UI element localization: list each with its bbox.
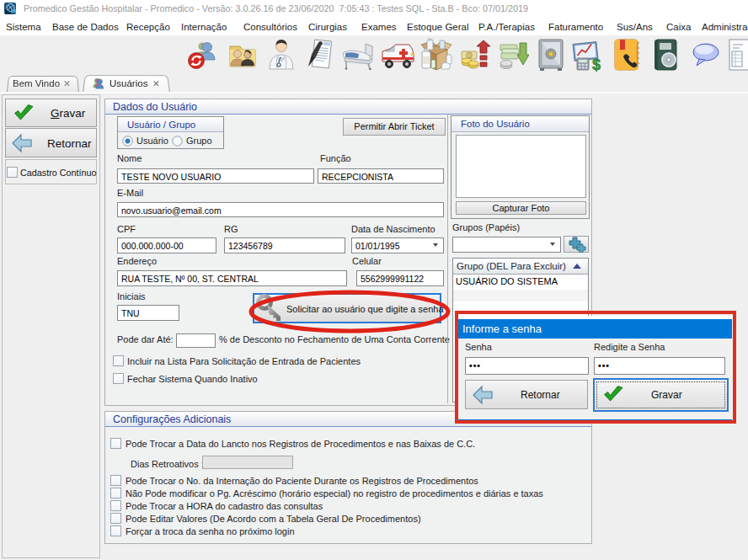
svg-text:$: $ [592,56,601,72]
